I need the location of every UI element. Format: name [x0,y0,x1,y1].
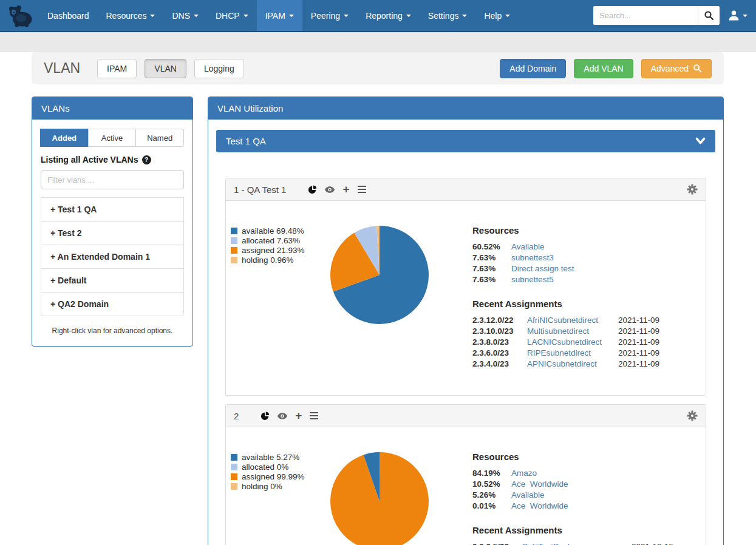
legend-label: holding 0.96% [242,256,294,265]
sidebar-footnote: Right-click vlan for advanced options. [41,327,184,335]
assignment-link[interactable]: Multisubnetdirect [527,327,618,336]
nav-item[interactable]: DNS [163,0,207,31]
eye-icon[interactable] [325,186,335,193]
utilization-pie-chart[interactable] [330,225,429,325]
legend-row: assigned 99.99% [231,472,317,481]
resource-pct: 7.63% [472,253,511,262]
menu-bars-icon[interactable] [310,412,318,419]
utilization-cards: 1 - QA Test 1 [225,178,706,545]
resource-link[interactable]: subnettest3 [511,253,700,262]
resource-pct: 7.63% [472,264,511,273]
assignment-link[interactable]: SplitTestPool [522,542,632,545]
chevron-down-icon [344,15,349,17]
header-actions: Add Domain Add VLAN Advanced [500,59,712,78]
resource-pct: 7.63% [472,275,511,284]
menu-bars-icon[interactable] [358,186,366,193]
vlan-card-header: 1 - QA Test 1 [226,178,706,201]
chevron-down-icon [743,15,747,17]
nav-item-label: Reporting [366,11,403,21]
search-button[interactable] [698,6,720,25]
vlan-card-header: 2 [226,405,706,427]
view-tab[interactable]: Logging [194,59,244,78]
assignment-date: 2021-11-09 [618,348,700,357]
pie-legend: available 5.27% allocated 0% [231,452,317,545]
search-input[interactable] [593,6,698,25]
chevron-down-icon [462,15,467,17]
resources-list: 60.52%Available 7.63%subnettest3 7.63%Di… [472,242,700,284]
assignment-block: 2.3.12.0/22 [472,316,527,325]
nav-item-label: Resources [106,11,147,21]
assignment-block: 2.3.10.0/23 [472,327,527,336]
user-menu[interactable] [728,10,747,21]
vlan-filter-input[interactable] [41,170,184,189]
assignment-link[interactable]: RIPEsubnetdirect [527,348,618,357]
domain-group-bar[interactable]: Test 1 QA [216,130,715,152]
vlan-list: + Test 1 QA + Test 2 + An Extended Domai… [41,197,184,316]
legend-swatch [231,464,237,470]
vlan-card-tools: + [308,185,366,194]
nav-item[interactable]: DHCP [207,0,257,31]
nav-item[interactable]: Settings [420,0,476,31]
add-vlan-button[interactable]: Add VLAN [574,59,633,78]
assignment-date: 2021-11-09 [618,359,700,368]
view-tab[interactable]: VLAN [145,59,186,78]
search-icon [704,10,714,21]
chevron-down-icon[interactable] [695,137,706,145]
vlan-filter-tab[interactable]: Named [135,129,184,147]
advanced-button[interactable]: Advanced [641,59,712,78]
vlan-list-item[interactable]: + Default [41,268,184,293]
plus-icon[interactable]: + [295,411,302,420]
utilization-pie-chart[interactable] [330,452,429,545]
nav-item-label: DHCP [216,11,240,21]
nav-item-label: Help [484,11,502,21]
resource-pct: 5.26% [472,490,511,499]
assignment-link[interactable]: LACNICsubnetdirect [527,337,618,347]
nav-item[interactable]: IPAM [257,0,302,31]
resource-link[interactable]: Ace Worldwide [511,501,700,510]
nav-item[interactable]: Peering [302,0,357,31]
nav-item[interactable]: Reporting [357,0,420,31]
resource-link[interactable]: Available [511,490,700,499]
chevron-down-icon [505,15,510,17]
vlan-filter-tab[interactable]: Added [40,129,89,147]
resource-link[interactable]: Available [511,242,700,251]
panda-logo[interactable] [0,0,39,31]
assignment-link[interactable]: AfriNICsubnetdirect [527,316,618,325]
gear-icon[interactable] [687,184,698,195]
assignment-link[interactable]: APNICsubnetdirect [527,359,618,368]
add-domain-button[interactable]: Add Domain [500,59,566,78]
vlan-list-item[interactable]: + An Extended Domain 1 [41,245,184,269]
nav-item[interactable]: Dashboard [39,0,98,31]
legend-row: allocated 7.63% [231,236,317,245]
view-tab[interactable]: IPAM [97,59,137,78]
eye-icon[interactable] [278,413,287,419]
nav-item-label: Settings [428,11,459,21]
navbar-right [593,0,756,31]
pie-chart-icon[interactable] [261,411,270,421]
pie-slice-assigned[interactable] [330,452,429,545]
view-tabs: IPAM VLAN Logging [97,59,244,78]
vlan-list-item[interactable]: + Test 1 QA [41,197,184,222]
assignments-heading: Recent Assignments [472,299,700,309]
resource-link[interactable]: Amazo [511,469,700,478]
resource-link[interactable]: subnettest5 [511,275,700,284]
plus-icon[interactable]: + [342,185,349,194]
resource-link[interactable]: Direct assign test [511,264,700,273]
page-header: VLAN IPAM VLAN Logging Add Domain Add VL… [32,52,724,84]
vlan-list-item[interactable]: + QA2 Domain [41,292,184,316]
help-icon[interactable]: ? [142,155,151,164]
vlan-filter-tab[interactable]: Active [88,129,137,147]
vlan-card-title: 1 - QA Test 1 [234,184,286,195]
nav-item[interactable]: Help [475,0,519,31]
resource-link[interactable]: Ace Worldwide [511,479,700,489]
chevron-down-icon [406,15,411,17]
legend-row: assigned 21.93% [231,246,317,255]
nav-item[interactable]: Resources [98,0,164,31]
gear-icon[interactable] [687,410,698,421]
pie-chart-icon[interactable] [308,185,317,194]
vlan-list-item[interactable]: + Test 2 [41,221,184,245]
legend-swatch [231,454,237,461]
assignment-date: 2021-12-15 [632,542,700,545]
assignments-list: 0.0.0.5/32SplitTestPool2021-12-15 0.0.0.… [472,542,700,545]
resource-pct: 84.19% [472,469,511,478]
